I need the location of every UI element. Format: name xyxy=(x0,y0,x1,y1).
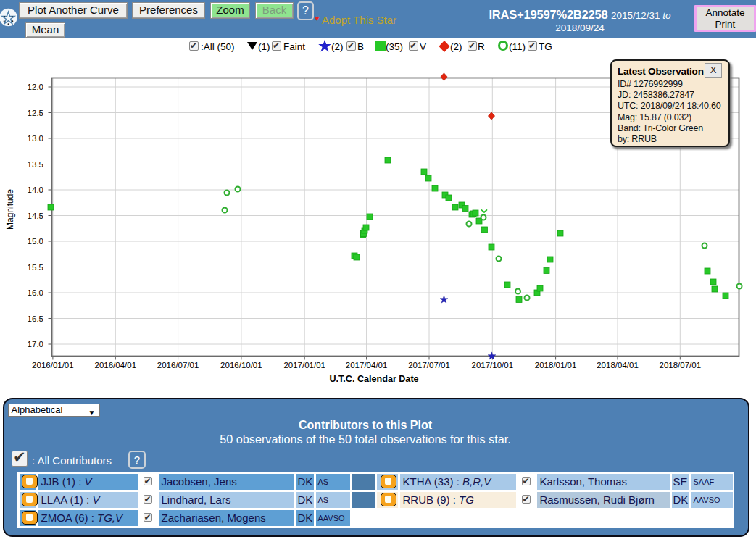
svg-text:16.5: 16.5 xyxy=(28,314,43,323)
svg-text:Magnitude: Magnitude xyxy=(5,189,15,230)
svg-text:2016/01/01: 2016/01/01 xyxy=(32,361,74,370)
svg-text:2016/10/01: 2016/10/01 xyxy=(220,361,262,370)
svg-text:2017/10/01: 2017/10/01 xyxy=(472,361,514,370)
svg-text:2016/04/01: 2016/04/01 xyxy=(95,361,137,370)
svg-text:14.0: 14.0 xyxy=(28,185,43,194)
svg-text:2018/07/01: 2018/07/01 xyxy=(660,361,702,370)
svg-text:2016/07/01: 2016/07/01 xyxy=(157,361,199,370)
svg-text:2018/04/01: 2018/04/01 xyxy=(597,361,639,370)
svg-text:2018/01/01: 2018/01/01 xyxy=(535,361,577,370)
svg-text:15.5: 15.5 xyxy=(28,263,43,272)
svg-text:14.5: 14.5 xyxy=(28,212,43,220)
svg-text:U.T.C. Calendar Date: U.T.C. Calendar Date xyxy=(329,374,418,384)
svg-text:17.0: 17.0 xyxy=(28,340,43,349)
svg-text:12.5: 12.5 xyxy=(28,109,43,117)
svg-text:2017/01/01: 2017/01/01 xyxy=(283,361,325,370)
svg-text:16.0: 16.0 xyxy=(28,288,43,297)
svg-text:2017/04/01: 2017/04/01 xyxy=(346,361,388,370)
svg-text:13.0: 13.0 xyxy=(28,134,43,143)
svg-text:12.0: 12.0 xyxy=(28,83,43,91)
svg-text:13.5: 13.5 xyxy=(28,160,43,169)
svg-text:15.0: 15.0 xyxy=(28,237,43,246)
svg-text:2017/07/01: 2017/07/01 xyxy=(408,361,450,370)
